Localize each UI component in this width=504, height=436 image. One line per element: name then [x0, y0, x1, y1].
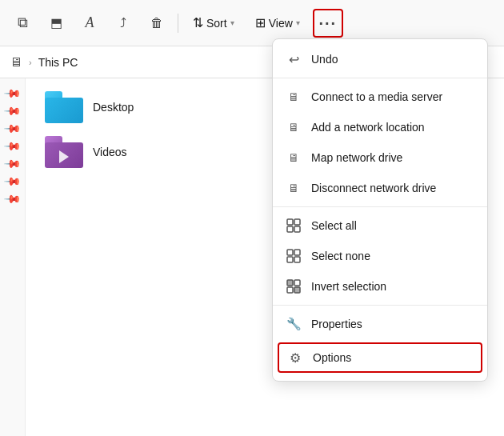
properties-label: Properties [311, 318, 362, 330]
properties-icon: 🔧 [286, 316, 302, 332]
svg-rect-9 [294, 280, 300, 286]
pin-icon-5: 📌 [3, 154, 22, 172]
svg-rect-6 [287, 257, 293, 262]
invert-selection-icon [286, 278, 302, 294]
svg-rect-1 [294, 219, 300, 225]
breadcrumb-chevron: › [29, 58, 32, 67]
menu-separator-3 [273, 305, 487, 306]
svg-rect-3 [294, 226, 300, 232]
svg-rect-8 [287, 280, 293, 286]
copy-icon: ⧉ [18, 14, 28, 31]
options-icon: ⚙ [287, 350, 303, 366]
svg-rect-2 [287, 226, 293, 232]
map-drive-icon: 🖥 [286, 150, 302, 166]
menu-separator-1 [273, 78, 487, 78]
undo-icon: ↩ [286, 51, 302, 67]
pin-icon-2: 📌 [3, 101, 22, 119]
share-button[interactable]: ⤴ [109, 9, 138, 38]
paste-icon: ⬒ [50, 15, 62, 30]
pin-icon-3: 📌 [3, 118, 22, 137]
pin-icon-6: 📌 [3, 171, 22, 190]
pin-icon-4: 📌 [3, 136, 22, 154]
connect-media-icon: 🖥 [286, 89, 302, 105]
videos-folder-icon [45, 136, 83, 168]
map-drive-menu-item[interactable]: 🖥 Map network drive [273, 142, 487, 173]
select-none-label: Select none [311, 250, 370, 262]
sort-button[interactable]: ⇅ Sort ▾ [185, 10, 242, 35]
view-chevron-icon: ▾ [296, 18, 300, 27]
copy-button[interactable]: ⧉ [8, 9, 37, 38]
sort-label: Sort [206, 17, 227, 30]
svg-rect-10 [287, 287, 293, 293]
paste-button[interactable]: ⬒ [42, 9, 70, 38]
select-all-label: Select all [311, 219, 357, 232]
more-options-icon: ··· [318, 15, 337, 31]
view-button[interactable]: ⊞ View ▾ [247, 10, 308, 35]
options-menu-item[interactable]: ⚙ Options [278, 342, 482, 373]
view-label: View [269, 17, 293, 30]
desktop-folder-icon [45, 91, 83, 123]
invert-selection-label: Invert selection [311, 280, 386, 293]
dropdown-menu: ↩ Undo 🖥 Connect to a media server 🖥 Add… [272, 38, 488, 382]
select-none-menu-item[interactable]: Select none [273, 241, 487, 271]
videos-folder-label: Videos [93, 146, 127, 158]
pin-icon-7: 📌 [3, 189, 22, 207]
sort-icon: ⇅ [193, 15, 203, 30]
delete-button[interactable]: 🗑 [142, 9, 171, 38]
desktop-folder-label: Desktop [93, 101, 134, 114]
menu-separator-2 [273, 206, 487, 207]
select-all-icon [286, 218, 302, 234]
add-network-label: Add a network location [311, 121, 425, 134]
select-none-icon [286, 248, 302, 264]
more-options-button[interactable]: ··· [313, 9, 343, 38]
svg-rect-7 [294, 257, 300, 262]
connect-media-menu-item[interactable]: 🖥 Connect to a media server [273, 82, 487, 112]
properties-menu-item[interactable]: 🔧 Properties [273, 309, 487, 339]
options-label: Options [313, 351, 351, 364]
svg-rect-0 [287, 219, 293, 225]
sidebar: 📌 📌 📌 📌 📌 📌 📌 [0, 78, 26, 436]
undo-menu-item[interactable]: ↩ Undo [273, 44, 487, 74]
divider [178, 14, 178, 33]
monitor-icon: 🖥 [10, 55, 22, 70]
delete-icon: 🗑 [150, 16, 163, 30]
svg-rect-11 [294, 287, 300, 293]
map-drive-label: Map network drive [311, 151, 402, 164]
disconnect-drive-menu-item[interactable]: 🖥 Disconnect network drive [273, 173, 487, 203]
rename-button[interactable]: A [75, 9, 104, 38]
disconnect-drive-icon: 🖥 [286, 180, 302, 196]
svg-rect-5 [294, 250, 300, 255]
select-all-menu-item[interactable]: Select all [273, 210, 487, 241]
undo-label: Undo [311, 53, 338, 66]
view-icon: ⊞ [255, 15, 266, 30]
breadcrumb-path: This PC [38, 56, 78, 69]
pin-icon-1: 📌 [3, 83, 22, 102]
add-network-icon: 🖥 [286, 119, 302, 135]
svg-rect-4 [287, 250, 293, 255]
sort-chevron-icon: ▾ [230, 18, 234, 27]
rename-icon: A [86, 14, 94, 31]
add-network-menu-item[interactable]: 🖥 Add a network location [273, 112, 487, 142]
invert-selection-menu-item[interactable]: Invert selection [273, 271, 487, 302]
share-icon: ⤴ [120, 16, 126, 30]
connect-media-label: Connect to a media server [311, 90, 442, 103]
disconnect-drive-label: Disconnect network drive [311, 182, 436, 194]
